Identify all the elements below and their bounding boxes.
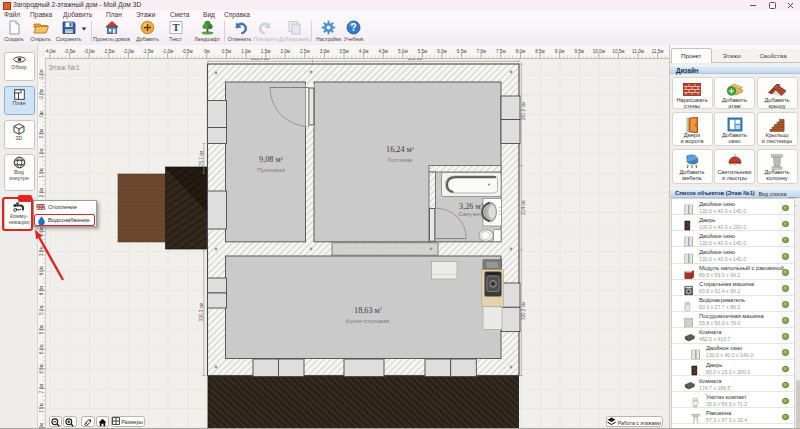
svg-text:261,0 см: 261,0 см [521, 102, 526, 120]
svg-text:320,3 см: 320,3 см [199, 303, 204, 321]
svg-text:-0.5м: -0.5м [39, 89, 44, 100]
svg-text:9.0м: 9.0м [555, 49, 565, 54]
svg-text:Санузел: Санузел [458, 211, 482, 217]
svg-text:-2.0м: -2.0м [123, 49, 134, 54]
svg-text:5.0м: 5.0м [39, 305, 44, 315]
svg-text:1.0м: 1.0м [241, 49, 251, 54]
svg-text:3.0м: 3.0м [320, 49, 330, 54]
svg-text:-0.5м: -0.5м [182, 49, 193, 54]
svg-text:4.5м: 4.5м [39, 286, 44, 296]
svg-text:9.5м: 9.5м [574, 49, 584, 54]
svg-text:6.0м: 6.0м [437, 49, 447, 54]
svg-text:8.0м: 8.0м [516, 49, 526, 54]
svg-text:4.5м: 4.5м [378, 49, 388, 54]
svg-text:-2.5м: -2.5м [103, 49, 114, 54]
svg-text:5.5м: 5.5м [39, 325, 44, 335]
svg-text:7.5м: 7.5м [496, 49, 506, 54]
svg-text:18,63 м2: 18,63 м2 [354, 306, 382, 315]
svg-text:6.5м: 6.5м [39, 364, 44, 374]
svg-text:3.5м: 3.5м [339, 49, 349, 54]
svg-text:Этаж №1: Этаж №1 [48, 63, 80, 72]
svg-text:2.0м: 2.0м [39, 188, 44, 198]
svg-text:Прихожая: Прихожая [257, 167, 285, 173]
svg-text:6.0м: 6.0м [39, 344, 44, 354]
svg-text:0.5м: 0.5м [222, 49, 232, 54]
svg-text:214 см: 214 см [521, 200, 526, 214]
svg-text:6.5м: 6.5м [457, 49, 467, 54]
svg-text:2.0м: 2.0м [280, 49, 290, 54]
svg-text:0м: 0м [39, 111, 44, 117]
svg-text:9,08 м2: 9,08 м2 [259, 155, 283, 164]
svg-text:T: T [172, 22, 179, 33]
svg-text:75,7 см: 75,7 см [199, 150, 204, 166]
svg-text:1.5м: 1.5м [261, 49, 271, 54]
svg-text:4.0м: 4.0м [359, 49, 369, 54]
svg-text:10.0м: 10.0м [593, 49, 605, 54]
svg-text:11.0м: 11.0м [632, 49, 644, 54]
svg-text:0.5м: 0.5м [39, 129, 44, 139]
svg-text:-1.5м: -1.5м [142, 49, 153, 54]
svg-text:7.0м: 7.0м [39, 384, 44, 394]
svg-text:10.5м: 10.5м [612, 49, 624, 54]
svg-text:7.5м: 7.5м [39, 403, 44, 413]
svg-text:7.0м: 7.0м [476, 49, 486, 54]
svg-text:0м: 0м [204, 49, 210, 54]
svg-text:?: ? [350, 22, 356, 33]
svg-text:Гостиная: Гостиная [387, 157, 412, 163]
svg-text:2.5м: 2.5м [300, 49, 310, 54]
svg-text:11.5м: 11.5м [652, 49, 664, 54]
svg-text:-3.0м: -3.0м [84, 49, 95, 54]
svg-text:Кухня-столовая: Кухня-столовая [346, 318, 390, 324]
svg-text:-1.0м: -1.0м [162, 49, 173, 54]
svg-text:-4.0м: -4.0м [44, 49, 55, 54]
svg-text:5.5м: 5.5м [418, 49, 428, 54]
svg-text:-3.5м: -3.5м [64, 49, 75, 54]
svg-text:320,3 см: 320,3 см [521, 302, 526, 320]
svg-text:3,26 м2: 3,26 м2 [459, 202, 483, 211]
svg-text:1.5м: 1.5м [39, 168, 44, 178]
svg-text:8.5м: 8.5м [535, 49, 545, 54]
svg-text:-1.0м: -1.0м [39, 69, 44, 80]
svg-text:5.0м: 5.0м [398, 49, 408, 54]
svg-text:16,24 м2: 16,24 м2 [386, 145, 414, 154]
svg-text:1.0м: 1.0м [39, 148, 44, 158]
